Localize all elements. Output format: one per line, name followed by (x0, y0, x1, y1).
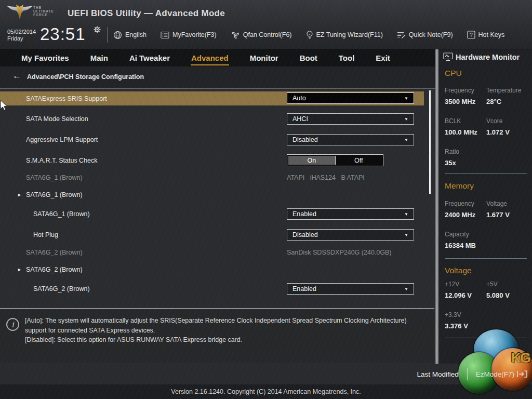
breadcrumb: Advanced\PCH Storage Configuration (27, 73, 144, 81)
group-row-sata6g2[interactable]: ► SATA6G_2 (Brown) (0, 264, 424, 275)
tab-exit[interactable]: Exit (375, 51, 391, 65)
myfavorite-label: MyFavorite(F3) (172, 31, 217, 38)
language-button[interactable]: English (113, 31, 147, 39)
time-display: 23:51 (40, 24, 86, 44)
tuf-logo-icon (6, 2, 33, 23)
bulb-icon (306, 31, 313, 39)
section-title-memory: Memory (445, 181, 474, 191)
toggle-option-off[interactable]: Off (335, 156, 382, 165)
setting-label: SATA6G_2 (Brown) (26, 247, 83, 258)
divider (107, 27, 108, 43)
hotkeys-icon: ? (467, 31, 475, 39)
setting-label: Hot Plug (33, 229, 58, 241)
memory-readings: Frequency 2400 MHz Voltage 1.677 V Capac… (445, 200, 528, 249)
dropdown-value: Auto (287, 95, 404, 102)
tab-main[interactable]: Main (90, 51, 109, 65)
header-bar: THE ULTIMATE FORCE UEFI BIOS Utility — A… (0, 0, 532, 49)
info-row-sata6g2-device: SATA6G_2 (Brown) SanDisk SDSSDXP240G (24… (0, 247, 424, 258)
group-label: SATA6G_2 (Brown) (26, 264, 83, 275)
toggle-option-on[interactable]: On (288, 156, 335, 165)
reading: Frequency 3500 MHz (445, 87, 486, 105)
tab-monitor[interactable]: Monitor (249, 51, 279, 65)
reading: Voltage 1.677 V (486, 200, 528, 219)
reading: Temperature 28°C (486, 87, 528, 105)
dropdown-sata6g2-enable[interactable]: Enabled ▼ (287, 283, 414, 295)
setting-row-smart-status[interactable]: S.M.A.R.T. Status Check On Off (0, 154, 424, 166)
quick-note-button[interactable]: Quick Note(F9) (397, 31, 453, 39)
ezmode-button[interactable]: EzMode(F7) (476, 370, 528, 378)
quick-toolbar: English MyFavorite(F3) (113, 26, 504, 44)
myfavorite-button[interactable]: MyFavorite(F3) (161, 31, 217, 39)
main-menu: My Favorites Main Ai Tweaker Advanced Mo… (0, 49, 435, 66)
date-display: 05/02/2014 Friday (7, 29, 36, 42)
reading: BCLK 100.0 MHz (445, 117, 486, 136)
tab-boot[interactable]: Boot (299, 51, 318, 65)
settings-list: SATAExpress SRIS Support Auto ▼ SATA Mod… (0, 89, 435, 308)
setting-row-aggressive-lpm[interactable]: Aggressive LPM Support Disabled ▼ (0, 134, 424, 145)
dropdown-aggressive-lpm[interactable]: Disabled ▼ (287, 134, 414, 145)
last-modified-button[interactable]: Last Modified (417, 370, 458, 378)
exit-arrow-icon (516, 370, 528, 378)
setting-row-sataexpress-sris[interactable]: SATAExpress SRIS Support Auto ▼ (0, 91, 424, 105)
qfan-icon (231, 31, 240, 39)
tab-my-favorites[interactable]: My Favorites (21, 51, 70, 65)
expand-arrow-icon: ► (17, 192, 22, 197)
globe-icon (113, 31, 122, 39)
expand-arrow-icon: ► (17, 267, 22, 272)
setting-label: SATA6G_1 (Brown) (26, 172, 83, 183)
date-value: 05/02/2014 (7, 29, 36, 35)
setting-label: Aggressive LPM Support (26, 134, 98, 145)
setting-row-hot-plug[interactable]: Hot Plug Disabled ▼ (0, 229, 424, 241)
uefi-bios-screen: THE ULTIMATE FORCE UEFI BIOS Utility — A… (0, 0, 532, 399)
hot-keys-button[interactable]: ? Hot Keys (467, 31, 505, 39)
ez-tuning-wizard-button[interactable]: EZ Tuning Wizard(F11) (306, 31, 383, 39)
chevron-down-icon: ▼ (404, 138, 414, 142)
setting-label: SATA Mode Selection (26, 113, 88, 125)
reading: Vcore 1.072 V (486, 117, 528, 136)
info-icon: i (6, 318, 19, 331)
footer-actions: Last Modified EzMode(F7) (0, 364, 528, 384)
smart-status-toggle[interactable]: On Off (287, 154, 383, 166)
hardware-monitor-title: Hardware Monitor (456, 53, 520, 61)
help-pane: i [Auto]: The system will automatically … (0, 308, 434, 364)
chevron-down-icon: ▼ (404, 212, 414, 217)
dropdown-sata6g1-enable[interactable]: Enabled ▼ (287, 208, 414, 220)
ezmode-label: EzMode(F7) (476, 370, 514, 378)
dropdown-sata-mode[interactable]: AHCI ▼ (287, 113, 414, 125)
tab-advanced[interactable]: Advanced (191, 51, 229, 65)
dropdown-value: Disabled (287, 136, 404, 143)
logo-caption: THE ULTIMATE FORCE (33, 6, 54, 17)
hardware-monitor-header: Hardware Monitor (443, 52, 520, 61)
dropdown-sataexpress-sris[interactable]: Auto ▼ (287, 92, 414, 104)
qfan-control-button[interactable]: Qfan Control(F6) (231, 31, 292, 39)
setting-row-sata-mode[interactable]: SATA Mode Selection AHCI ▼ (0, 113, 424, 125)
monitor-icon (443, 52, 453, 61)
chevron-down-icon: ▼ (404, 96, 414, 101)
weekday-value: Friday (7, 35, 36, 42)
reading: +3.3V 3.376 V (445, 311, 486, 330)
chevron-down-icon: ▼ (404, 117, 414, 122)
scrollbar-thumb[interactable] (429, 90, 431, 194)
reading: +5V 5.080 V (486, 281, 528, 299)
help-line-auto: [Auto]: The system will automatically ad… (25, 316, 429, 335)
tab-tool[interactable]: Tool (338, 51, 355, 65)
version-bar: Version 2.16.1240. Copyright (C) 2014 Am… (0, 384, 532, 399)
group-label: SATA6G_1 (Brown) (26, 189, 83, 201)
setting-row-sata6g2-enable[interactable]: SATA6G_2 (Brown) Enabled ▼ (0, 283, 424, 295)
setting-row-sata6g1-enable[interactable]: SATA6G_1 (Brown) Enabled ▼ (0, 208, 424, 220)
divider (467, 368, 468, 380)
reading: Capacity 16384 MB (445, 231, 486, 249)
tab-ai-tweaker[interactable]: Ai Tweaker (129, 51, 170, 65)
help-text: [Auto]: The system will automatically ad… (25, 316, 429, 345)
back-arrow-icon[interactable]: ← (12, 71, 21, 81)
quick-note-label: Quick Note(F9) (409, 31, 453, 38)
version-text: Version 2.16.1240. Copyright (C) 2014 Am… (171, 388, 361, 395)
chevron-down-icon: ▼ (404, 287, 414, 291)
cpu-readings: Frequency 3500 MHz Temperature 28°C BCLK… (445, 87, 528, 167)
gear-icon[interactable] (94, 26, 101, 33)
divider (445, 258, 527, 259)
chevron-down-icon: ▼ (404, 233, 414, 237)
group-row-sata6g1[interactable]: ► SATA6G_1 (Brown) (0, 189, 424, 201)
dropdown-hot-plug[interactable]: Disabled ▼ (287, 229, 414, 241)
setting-label: SATA6G_2 (Brown) (33, 283, 90, 295)
